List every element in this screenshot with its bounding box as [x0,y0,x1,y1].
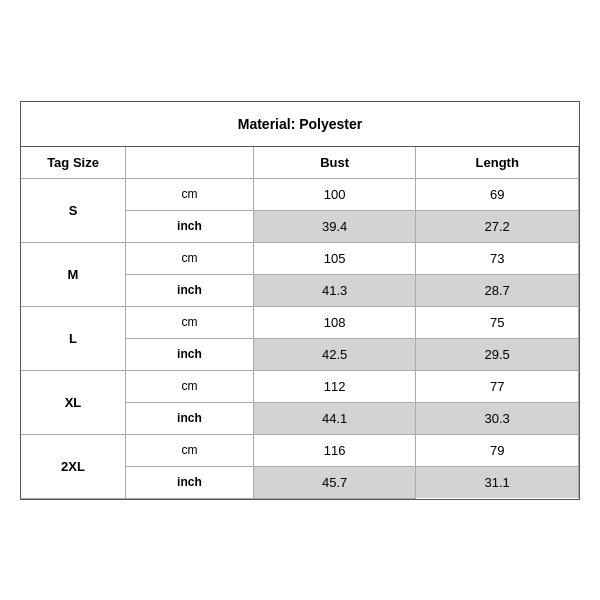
length-cm: 79 [416,434,579,466]
unit-cm: cm [126,370,254,402]
size-table: Tag Size Bust Length Scm10069inch39.427.… [21,147,579,499]
length-inch: 27.2 [416,210,579,242]
size-label: M [21,242,126,306]
unit-inch: inch [126,274,254,306]
bust-cm: 108 [253,306,416,338]
length-inch: 31.1 [416,466,579,498]
bust-cm: 105 [253,242,416,274]
table-row: Mcm10573 [21,242,579,274]
bust-inch: 42.5 [253,338,416,370]
size-label: L [21,306,126,370]
unit-cm: cm [126,242,254,274]
bust-inch: 45.7 [253,466,416,498]
table-row: Lcm10875 [21,306,579,338]
size-label: S [21,178,126,242]
unit-cm: cm [126,178,254,210]
size-chart-container: Material: Polyester Tag Size Bust Length… [20,101,580,500]
length-inch: 30.3 [416,402,579,434]
length-inch: 28.7 [416,274,579,306]
unit-inch: inch [126,402,254,434]
size-label: XL [21,370,126,434]
unit-cm: cm [126,434,254,466]
header-unit [126,147,254,179]
table-row: XLcm11277 [21,370,579,402]
chart-title: Material: Polyester [21,102,579,147]
bust-inch: 39.4 [253,210,416,242]
table-row: Scm10069 [21,178,579,210]
length-cm: 69 [416,178,579,210]
bust-cm: 116 [253,434,416,466]
bust-inch: 41.3 [253,274,416,306]
length-cm: 77 [416,370,579,402]
bust-inch: 44.1 [253,402,416,434]
table-row: 2XLcm11679 [21,434,579,466]
length-cm: 75 [416,306,579,338]
unit-cm: cm [126,306,254,338]
unit-inch: inch [126,466,254,498]
length-cm: 73 [416,242,579,274]
header-bust: Bust [253,147,416,179]
unit-inch: inch [126,210,254,242]
unit-inch: inch [126,338,254,370]
length-inch: 29.5 [416,338,579,370]
size-label: 2XL [21,434,126,498]
bust-cm: 100 [253,178,416,210]
bust-cm: 112 [253,370,416,402]
header-tag-size: Tag Size [21,147,126,179]
header-length: Length [416,147,579,179]
